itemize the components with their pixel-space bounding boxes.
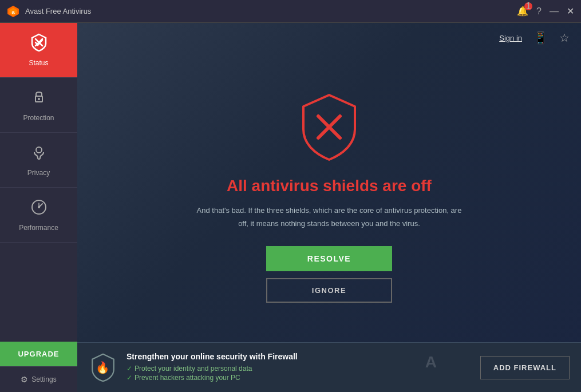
- app-title: Avast Free Antivirus: [25, 7, 511, 15]
- sidebar-item-privacy[interactable]: Privacy: [0, 133, 77, 188]
- minimize-icon[interactable]: —: [550, 6, 559, 17]
- sidebar-protection-label: Protection: [23, 114, 54, 122]
- add-firewall-button[interactable]: ADD FIREWALL: [480, 356, 570, 379]
- svg-text:a: a: [11, 8, 15, 14]
- sidebar-privacy-label: Privacy: [27, 169, 50, 177]
- brand-watermark: A: [425, 353, 471, 382]
- sidebar-item-settings[interactable]: ⚙ Settings: [0, 366, 77, 392]
- status-title: All antivirus shields are off: [227, 177, 432, 195]
- sidebar-status-label: Status: [29, 59, 48, 67]
- shield-icon: [298, 92, 361, 161]
- settings-label: Settings: [31, 375, 56, 383]
- status-description: And that's bad. If the three shields, wh…: [192, 204, 467, 229]
- banner-title: Strengthen your online security with Fir…: [127, 352, 416, 361]
- sign-in-link[interactable]: Sign in: [499, 34, 522, 42]
- protection-icon: [30, 88, 48, 110]
- device-icon[interactable]: 📱: [533, 31, 548, 45]
- sidebar-spacer: [0, 243, 77, 342]
- settings-icon: ⚙: [21, 375, 28, 384]
- banner-text: Strengthen your online security with Fir…: [127, 352, 416, 383]
- main-content: Sign in 📱 ☆ All antivirus shields are of…: [77, 23, 581, 392]
- close-icon[interactable]: ✕: [567, 6, 574, 17]
- upgrade-button[interactable]: UPGRADE: [0, 342, 77, 366]
- status-area: All antivirus shields are off And that's…: [77, 53, 581, 342]
- firewall-icon: 🔥: [89, 353, 117, 382]
- help-icon[interactable]: ?: [536, 6, 542, 17]
- svg-text:🔥: 🔥: [96, 361, 110, 374]
- ignore-button[interactable]: IGNORE: [266, 278, 392, 303]
- privacy-icon: [30, 143, 48, 165]
- top-bar: Sign in 📱 ☆: [77, 23, 581, 53]
- banner-point-2: Prevent hackers attacking your PC: [127, 374, 416, 382]
- sidebar-item-status[interactable]: Status: [0, 23, 77, 78]
- notification-badge: 1: [524, 2, 532, 10]
- sidebar-item-performance[interactable]: Performance: [0, 188, 77, 243]
- svg-point-8: [38, 98, 40, 100]
- avast-logo: a: [7, 5, 19, 18]
- resolve-button[interactable]: RESOLVE: [266, 246, 392, 271]
- title-bar: a Avast Free Antivirus 🔔 1 ? — ✕: [0, 0, 581, 23]
- sidebar-item-protection[interactable]: Protection: [0, 78, 77, 133]
- app-body: Status Protection Privacy: [0, 23, 581, 392]
- performance-icon: [30, 198, 48, 220]
- status-icon: [30, 33, 48, 56]
- banner-point-1: Protect your identity and personal data: [127, 365, 416, 373]
- svg-point-13: [38, 206, 40, 208]
- shield-container: [298, 92, 361, 163]
- favorites-icon[interactable]: ☆: [559, 31, 570, 45]
- bottom-banner: 🔥 Strengthen your online security with F…: [77, 342, 581, 392]
- sidebar-performance-label: Performance: [19, 224, 58, 232]
- svg-point-9: [36, 147, 42, 153]
- notification-icon[interactable]: 🔔 1: [517, 6, 528, 17]
- sidebar: Status Protection Privacy: [0, 23, 77, 392]
- window-controls: 🔔 1 ? — ✕: [517, 6, 574, 17]
